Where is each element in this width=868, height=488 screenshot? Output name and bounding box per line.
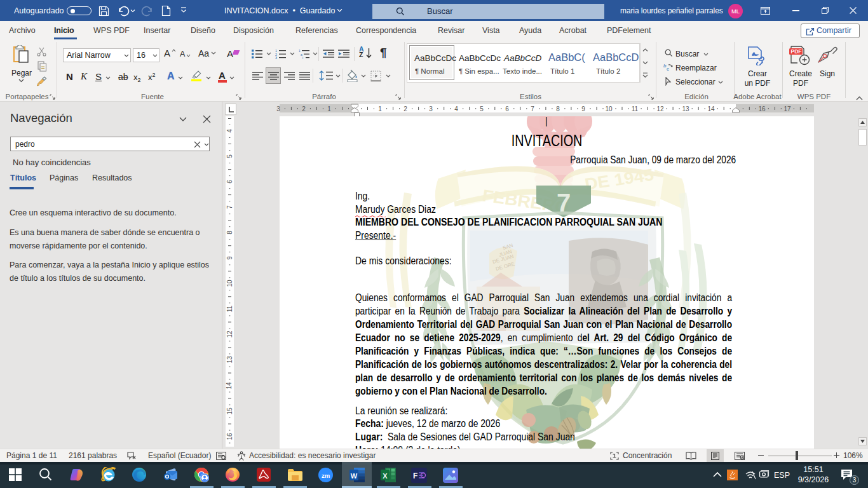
svg-text:c: c <box>667 66 669 72</box>
svg-text:16: 16 <box>758 105 766 112</box>
svg-text:10: 10 <box>226 280 233 287</box>
svg-text:8: 8 <box>556 105 560 112</box>
svg-text:9: 9 <box>226 256 233 260</box>
svg-text:6: 6 <box>226 180 233 184</box>
svg-text:16: 16 <box>226 433 233 440</box>
svg-text:14: 14 <box>226 382 233 390</box>
svg-text:17: 17 <box>783 105 791 112</box>
svg-text:PDF: PDF <box>791 48 802 55</box>
svg-text:7: 7 <box>531 105 534 112</box>
svg-text:11: 11 <box>226 305 233 312</box>
svg-text:2: 2 <box>403 105 407 112</box>
svg-text:1: 1 <box>378 105 382 112</box>
svg-text:3: 3 <box>275 56 277 59</box>
svg-text:W: W <box>351 472 358 480</box>
svg-text:15: 15 <box>226 407 233 415</box>
svg-text:8: 8 <box>226 231 233 234</box>
svg-text:zm: zm <box>322 472 330 479</box>
svg-text:12: 12 <box>656 105 664 112</box>
svg-text:2: 2 <box>302 105 306 112</box>
svg-text:5: 5 <box>480 105 484 112</box>
svg-text:9: 9 <box>581 105 585 112</box>
svg-text:6: 6 <box>505 105 509 112</box>
svg-text:7: 7 <box>226 205 233 209</box>
svg-text:3: 3 <box>429 105 433 112</box>
svg-text:13: 13 <box>682 105 689 112</box>
svg-text:3: 3 <box>276 105 280 112</box>
svg-text:5: 5 <box>226 154 233 158</box>
svg-text:12: 12 <box>226 330 233 338</box>
svg-text:4: 4 <box>454 105 458 112</box>
svg-text:13: 13 <box>226 356 233 363</box>
svg-text:11: 11 <box>632 105 639 112</box>
svg-text:1: 1 <box>327 105 331 112</box>
svg-text:F: F <box>413 471 417 480</box>
svg-text:i: i <box>302 56 303 59</box>
svg-text:10: 10 <box>605 105 613 112</box>
svg-text:4: 4 <box>226 129 233 133</box>
svg-text:14: 14 <box>707 105 715 112</box>
svg-text:X: X <box>383 472 388 480</box>
